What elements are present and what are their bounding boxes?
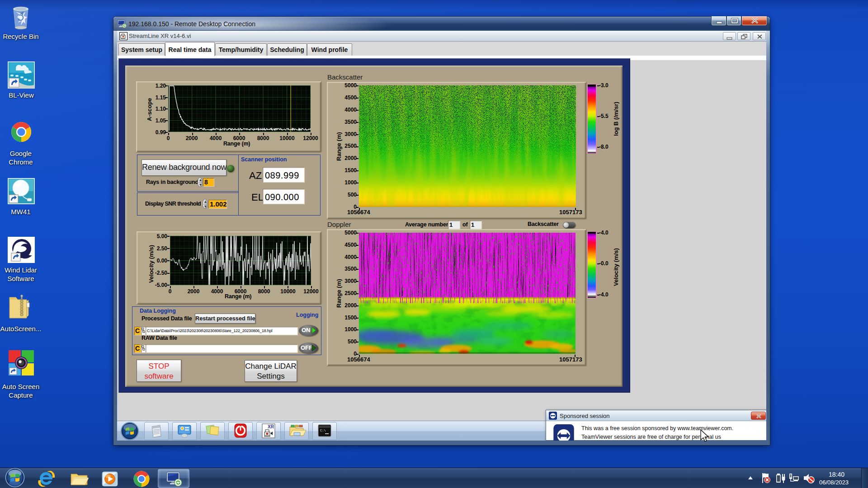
svg-text:XR: XR — [268, 424, 274, 429]
svg-text:C:\: C:\ — [320, 429, 326, 432]
